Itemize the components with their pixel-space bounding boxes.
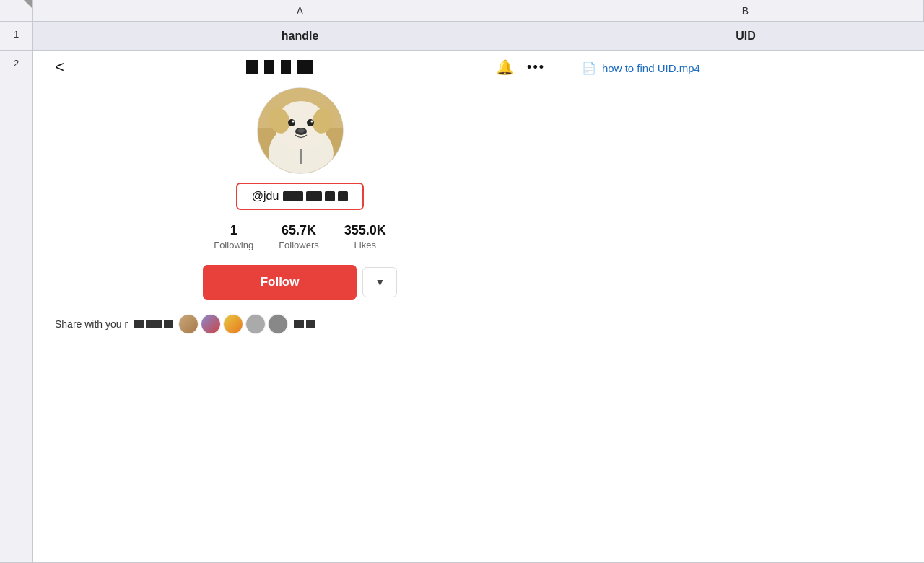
corner-cell	[0, 0, 33, 22]
cell-b1-uid: UID	[567, 22, 924, 51]
more-options-icon[interactable]: •••	[527, 60, 545, 75]
share-label: Share with you r	[55, 318, 128, 330]
uid-link-text: how to find UID.mp4	[602, 62, 700, 74]
svg-point-9	[310, 121, 313, 123]
svg-point-6	[288, 119, 295, 126]
follow-row: Follow ▼	[203, 265, 398, 300]
col-a-header: A	[33, 0, 567, 22]
redact-2	[306, 191, 322, 201]
tiktok-logo	[246, 60, 313, 74]
share-avatar-3	[223, 314, 243, 334]
followers-count: 65.7K	[282, 223, 316, 238]
followers-label: Followers	[279, 240, 319, 250]
logo-block-1	[246, 60, 258, 74]
follow-button[interactable]: Follow	[203, 265, 357, 300]
cell-a1-handle: handle	[33, 22, 567, 51]
share-trailing-redacted	[294, 320, 315, 328]
spreadsheet-container: A B 1 handle UID 2 < 🔔	[0, 0, 924, 563]
redact-4	[338, 191, 348, 201]
following-count: 1	[230, 223, 237, 238]
follow-dropdown-button[interactable]: ▼	[362, 267, 397, 297]
profile-header-bar: < 🔔 •••	[48, 58, 552, 77]
share-row: Share with you r	[48, 314, 552, 334]
stats-row: 1 Following 65.7K Followers 355.0K Likes	[214, 223, 386, 250]
likes-stat: 355.0K Likes	[344, 223, 386, 250]
following-label: Following	[214, 240, 253, 250]
handle-prefix: @jdu	[252, 190, 279, 203]
svg-point-11	[297, 128, 305, 133]
svg-point-8	[292, 121, 294, 123]
likes-label: Likes	[354, 240, 376, 250]
col-b-header: B	[567, 0, 924, 22]
share-text-redacted	[134, 320, 173, 328]
file-icon: 📄	[582, 61, 596, 75]
handle-box[interactable]: @jdu	[236, 183, 365, 210]
uid-link[interactable]: 📄 how to find UID.mp4	[582, 61, 910, 75]
likes-count: 355.0K	[344, 223, 386, 238]
followers-stat: 65.7K Followers	[279, 223, 319, 250]
cell-b2-uid: 📄 how to find UID.mp4	[567, 51, 924, 563]
bell-icon[interactable]: 🔔	[496, 58, 514, 76]
row-2-num: 2	[0, 51, 33, 563]
header-icons: 🔔 •••	[496, 58, 545, 76]
col-a-label: A	[297, 5, 303, 17]
col-b-label: B	[742, 5, 749, 17]
handle-header: handle	[282, 30, 319, 43]
avatar-container	[257, 87, 344, 174]
logo-block-2	[264, 60, 274, 74]
redact-1	[283, 191, 303, 201]
share-avatars	[178, 314, 288, 334]
share-avatar-4	[245, 314, 266, 334]
share-avatar-2	[201, 314, 221, 334]
back-button[interactable]: <	[55, 58, 64, 77]
logo-block-4	[297, 60, 313, 74]
row-1-num: 1	[0, 22, 33, 51]
handle-redacted	[283, 191, 348, 201]
following-stat: 1 Following	[214, 223, 253, 250]
share-avatar-5	[268, 314, 288, 334]
avatar	[257, 87, 344, 174]
uid-header: UID	[736, 30, 756, 43]
cell-a2-profile: < 🔔 •••	[33, 51, 567, 563]
redact-3	[325, 191, 335, 201]
svg-point-7	[307, 119, 314, 126]
share-avatar-1	[178, 314, 199, 334]
avatar-image	[258, 88, 344, 174]
logo-block-3	[281, 60, 291, 74]
